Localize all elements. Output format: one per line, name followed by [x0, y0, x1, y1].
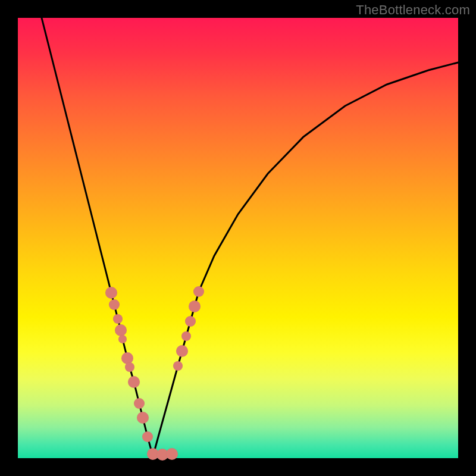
watermark-text: TheBottleneck.com	[356, 2, 470, 18]
beads	[105, 286, 204, 461]
plot-area	[18, 18, 458, 458]
bead	[185, 316, 196, 327]
bead	[176, 345, 188, 357]
right-curve	[153, 62, 458, 456]
bead	[113, 314, 123, 324]
bead	[166, 448, 178, 460]
bead	[125, 362, 134, 372]
bead	[118, 335, 127, 343]
bead	[134, 398, 145, 409]
bead	[181, 331, 191, 341]
curve-layer	[18, 18, 458, 458]
bead	[142, 431, 153, 442]
bead	[173, 361, 183, 371]
bead	[137, 412, 149, 424]
chart-frame: TheBottleneck.com	[0, 0, 476, 476]
bead	[189, 300, 201, 312]
bead	[109, 299, 120, 310]
bead	[193, 286, 204, 297]
bead	[128, 376, 140, 388]
bead	[105, 287, 117, 299]
bead	[115, 324, 127, 336]
bead	[121, 352, 133, 364]
left-curve	[42, 18, 153, 456]
